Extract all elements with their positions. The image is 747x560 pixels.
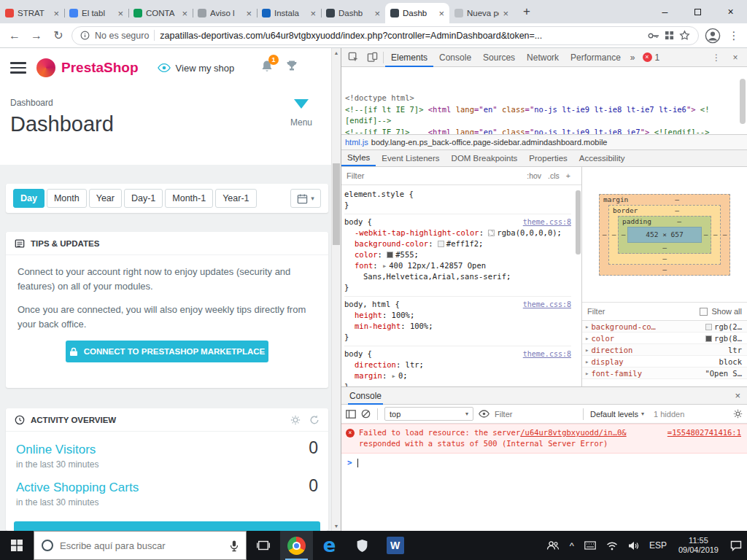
console-prompt[interactable]: > <box>341 454 747 472</box>
new-style-rule-button[interactable]: + <box>566 171 570 180</box>
live-expression-eye-icon[interactable] <box>479 410 489 418</box>
expand-arrow-icon[interactable]: ▸ <box>585 370 589 377</box>
page-scrollbar[interactable]: ▲ ▼ <box>331 48 341 531</box>
minimize-button[interactable]: – <box>649 0 681 23</box>
hov-toggle[interactable]: :hov <box>527 171 541 180</box>
people-button[interactable] <box>541 531 565 560</box>
css-declaration[interactable]: min-height: 100%; <box>344 321 571 332</box>
time-filter-button[interactable]: Month <box>47 189 87 208</box>
dom-line[interactable]: <!--[if lt IE 7]> <html lang="en" class=… <box>345 104 740 116</box>
apps-grid-icon[interactable] <box>665 31 674 40</box>
css-declaration[interactable]: font: ▸400 12px/1.42857 Open Sans,Helvet… <box>344 260 571 282</box>
microphone-icon[interactable] <box>230 540 239 552</box>
time-filter-button[interactable]: Day-1 <box>124 189 163 208</box>
network-button[interactable] <box>601 531 623 560</box>
taskbar-clock[interactable]: 11:55 09/04/2019 <box>672 536 725 556</box>
time-filter-button[interactable]: Day <box>13 189 44 208</box>
dom-line[interactable]: <!--[if IE 7]> <html lang="en" class="no… <box>345 127 740 135</box>
computed-property-row[interactable]: ▸directionltr <box>582 344 747 356</box>
browser-tab[interactable]: Aviso l× <box>193 3 257 23</box>
devtools-menu-icon[interactable]: ⋮ <box>707 48 726 67</box>
dom-line[interactable]: <!doctype html> <box>345 93 740 104</box>
show-all-checkbox[interactable] <box>700 308 708 316</box>
taskbar-search-input[interactable] <box>60 540 223 551</box>
console-settings-icon[interactable] <box>733 409 743 419</box>
notifications-button[interactable]: 1 <box>261 60 273 76</box>
tab-accessibility[interactable]: Accessibility <box>573 150 631 166</box>
browser-tab[interactable]: El tabl× <box>64 3 128 23</box>
forward-button[interactable]: → <box>28 27 45 44</box>
more-tabs-icon[interactable]: » <box>627 52 639 63</box>
styles-filter-input[interactable] <box>347 171 521 180</box>
show-hidden-icons-button[interactable]: ^ <box>565 531 579 560</box>
time-filter-button[interactable]: Year-1 <box>215 189 256 208</box>
time-filter-button[interactable]: Year <box>89 189 122 208</box>
css-declaration[interactable]: direction: ltr; <box>344 359 571 370</box>
clear-console-icon[interactable] <box>361 409 371 419</box>
device-toolbar-icon[interactable] <box>363 48 382 67</box>
key-icon[interactable] <box>648 32 659 39</box>
devtools-tab-network[interactable]: Network <box>521 48 565 67</box>
browser-tab[interactable]: Instala× <box>257 3 321 23</box>
expand-arrow-icon[interactable]: ▸ <box>585 358 589 365</box>
devtools-tab-sources[interactable]: Sources <box>477 48 521 67</box>
expand-arrow-icon[interactable]: ▸ <box>585 346 589 354</box>
tab-styles[interactable]: Styles <box>341 150 376 166</box>
close-window-button[interactable]: × <box>714 0 747 23</box>
error-badge[interactable]: × 1 <box>643 52 660 63</box>
hamburger-menu-icon[interactable] <box>10 62 26 74</box>
color-swatch[interactable] <box>488 230 495 236</box>
reload-button[interactable]: ↻ <box>50 27 67 44</box>
scrollbar-thumb[interactable] <box>333 163 340 245</box>
expand-arrow-icon[interactable]: ▸ <box>585 323 589 330</box>
activity-link[interactable]: Active Shopping Carts <box>16 481 139 495</box>
start-button[interactable] <box>0 531 34 560</box>
volume-button[interactable] <box>623 531 644 560</box>
dom-line[interactable]: [endif]--> <box>345 115 740 127</box>
taskbar-defender-button[interactable] <box>346 531 379 560</box>
error-source-link[interactable]: =1554802741416:1 <box>660 427 741 438</box>
refresh-icon[interactable] <box>309 415 320 425</box>
box-model-content[interactable]: 452 × 657 <box>627 227 702 243</box>
computed-property-row[interactable]: ▸font-family"Open S… <box>582 368 747 379</box>
truncated-button[interactable] <box>14 521 320 531</box>
css-declaration[interactable]: margin: ▸0; <box>344 370 571 381</box>
box-model-padding[interactable]: padding– – 452 × 657 – – <box>618 216 711 254</box>
date-picker-button[interactable]: ▾ <box>290 189 321 208</box>
profile-avatar[interactable] <box>703 26 722 45</box>
gear-icon[interactable] <box>290 415 301 425</box>
css-selector[interactable]: element.style { <box>344 189 414 200</box>
taskbar-chrome-button[interactable] <box>280 531 313 560</box>
dom-breadcrumb-html[interactable]: html.js <box>345 138 368 147</box>
color-swatch[interactable] <box>387 252 393 258</box>
taskbar-search[interactable] <box>34 531 247 560</box>
tab-close-icon[interactable]: × <box>246 9 252 18</box>
taskbar-edge-button[interactable]: e <box>313 531 346 560</box>
browser-tab[interactable]: Dashb× <box>385 3 449 23</box>
achievements-button[interactable] <box>286 60 298 76</box>
css-declaration[interactable]: height: 100%; <box>344 310 571 321</box>
tab-close-icon[interactable]: × <box>374 9 380 18</box>
browser-tab[interactable]: STRAT× <box>0 3 64 23</box>
tab-close-icon[interactable]: × <box>182 9 187 18</box>
scroll-down-icon[interactable]: ▼ <box>332 521 341 531</box>
tab-close-icon[interactable]: × <box>310 9 316 18</box>
tab-dom-breakpoints[interactable]: DOM Breakpoints <box>446 150 524 166</box>
stylesheet-source-link[interactable]: theme.css:8 <box>523 299 571 310</box>
browser-tab[interactable]: Dashb× <box>321 3 385 23</box>
expand-arrow-icon[interactable]: ▸ <box>392 371 396 380</box>
expand-arrow-icon[interactable]: ▸ <box>585 335 589 342</box>
error-resource-link[interactable]: /u64ur8vtgbxyuodd/in…0& <box>520 427 626 438</box>
address-bar[interactable]: No es seguro zapatillas-deportivas.com/u… <box>71 26 699 45</box>
browser-tab[interactable]: CONTA× <box>128 3 193 23</box>
devtools-tab-elements[interactable]: Elements <box>385 48 433 67</box>
box-model-margin[interactable]: margin– – border– – padding– <box>599 194 730 276</box>
console-drawer-tab[interactable]: Console <box>348 387 383 405</box>
time-filter-button[interactable]: Month-1 <box>165 189 213 208</box>
computed-property-row[interactable]: ▸background-co…rgb(2… <box>582 321 747 332</box>
log-levels-select[interactable]: Default levels ▾ <box>590 410 644 419</box>
computed-filter-input[interactable] <box>587 307 695 316</box>
dom-scrollbar-thumb[interactable] <box>740 79 746 124</box>
devtools-tab-performance[interactable]: Performance <box>565 48 627 67</box>
css-selector[interactable]: body { <box>344 349 372 359</box>
